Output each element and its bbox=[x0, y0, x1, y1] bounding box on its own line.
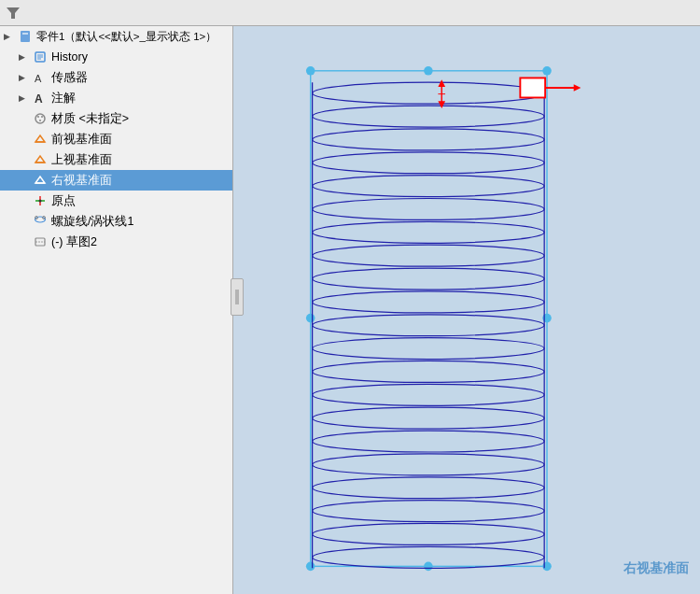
origin-item[interactable]: ▶ 原点 bbox=[0, 191, 232, 211]
material-label: 材质 <未指定> bbox=[51, 111, 129, 127]
annotations-label: 注解 bbox=[51, 91, 76, 106]
part-arrow: ▶ bbox=[4, 32, 17, 41]
helix-icon bbox=[32, 213, 49, 230]
svg-marker-0 bbox=[7, 7, 20, 19]
svg-point-10 bbox=[37, 116, 39, 118]
front-plane-item[interactable]: ▶ 前视基准面 bbox=[0, 129, 232, 149]
sensors-item[interactable]: ▶ A 传感器 bbox=[0, 67, 232, 88]
svg-point-21 bbox=[39, 200, 42, 203]
history-label: History bbox=[51, 50, 88, 64]
annotations-item[interactable]: ▶ A 注解 bbox=[0, 88, 232, 108]
svg-point-12 bbox=[39, 120, 41, 121]
helix-label: 螺旋线/涡状线1 bbox=[51, 214, 133, 230]
svg-marker-66 bbox=[574, 84, 581, 92]
svg-rect-2 bbox=[22, 33, 28, 35]
material-item[interactable]: ▶ 材质 <未指定> bbox=[0, 108, 232, 129]
svg-point-31 bbox=[306, 562, 315, 572]
part-root-item[interactable]: ▶ 零件1（默认<<默认>_显示状态 1>） bbox=[0, 26, 232, 47]
history-icon bbox=[32, 49, 49, 65]
top-plane-label: 上视基准面 bbox=[51, 152, 112, 168]
sensors-arrow: ▶ bbox=[19, 73, 32, 82]
svg-point-35 bbox=[306, 314, 315, 323]
viewport-canvas[interactable]: 右视基准面 bbox=[233, 26, 700, 594]
sketch2-item[interactable]: ▶ (-) 草图2 bbox=[0, 232, 232, 252]
origin-icon bbox=[32, 192, 49, 209]
right-plane-label: 右视基准面 bbox=[51, 173, 112, 189]
sensors-label: 传感器 bbox=[51, 70, 88, 86]
part-icon bbox=[17, 28, 34, 45]
svg-rect-1 bbox=[21, 31, 30, 42]
svg-text:A: A bbox=[35, 73, 42, 84]
svg-marker-13 bbox=[35, 135, 45, 142]
toolbar bbox=[0, 0, 700, 26]
svg-text:A: A bbox=[35, 92, 43, 105]
annotations-icon: A bbox=[32, 90, 49, 106]
right-plane-item[interactable]: ▶ 右视基准面 bbox=[0, 170, 232, 191]
svg-point-30 bbox=[542, 66, 552, 76]
helix-item[interactable]: ▶ 螺旋线/涡状线1 bbox=[0, 211, 232, 232]
svg-point-34 bbox=[424, 562, 433, 572]
top-plane-item[interactable]: ▶ 上视基准面 bbox=[0, 149, 232, 170]
top-plane-icon bbox=[32, 151, 49, 168]
origin-label: 原点 bbox=[51, 193, 76, 209]
svg-marker-17 bbox=[35, 177, 45, 183]
svg-point-33 bbox=[424, 66, 433, 76]
svg-point-11 bbox=[41, 116, 43, 118]
svg-marker-15 bbox=[35, 156, 45, 163]
history-arrow: ▶ bbox=[19, 52, 32, 62]
sketch2-label: (-) 草图2 bbox=[51, 234, 97, 250]
history-item[interactable]: ▶ History bbox=[0, 47, 232, 67]
panel-resize-handle[interactable] bbox=[231, 278, 244, 316]
part-label: 零件1（默认<<默认>_显示状态 1>） bbox=[36, 30, 217, 44]
right-plane-icon bbox=[32, 172, 49, 189]
annotations-arrow: ▶ bbox=[19, 93, 32, 103]
material-icon bbox=[32, 110, 49, 127]
front-plane-label: 前视基准面 bbox=[51, 132, 112, 148]
svg-rect-28 bbox=[311, 71, 547, 567]
sketch2-icon bbox=[32, 233, 49, 250]
svg-point-9 bbox=[35, 114, 45, 123]
svg-point-29 bbox=[306, 66, 315, 76]
sensors-icon: A bbox=[32, 69, 49, 86]
filter-icon[interactable] bbox=[4, 4, 22, 22]
feature-tree-panel: ▶ 零件1（默认<<默认>_显示状态 1>） ▶ History bbox=[0, 26, 233, 594]
main-area: ▶ 零件1（默认<<默认>_显示状态 1>） ▶ History bbox=[0, 26, 700, 594]
front-plane-icon bbox=[32, 131, 49, 148]
helix-drawing bbox=[233, 26, 700, 594]
svg-rect-64 bbox=[520, 78, 545, 97]
